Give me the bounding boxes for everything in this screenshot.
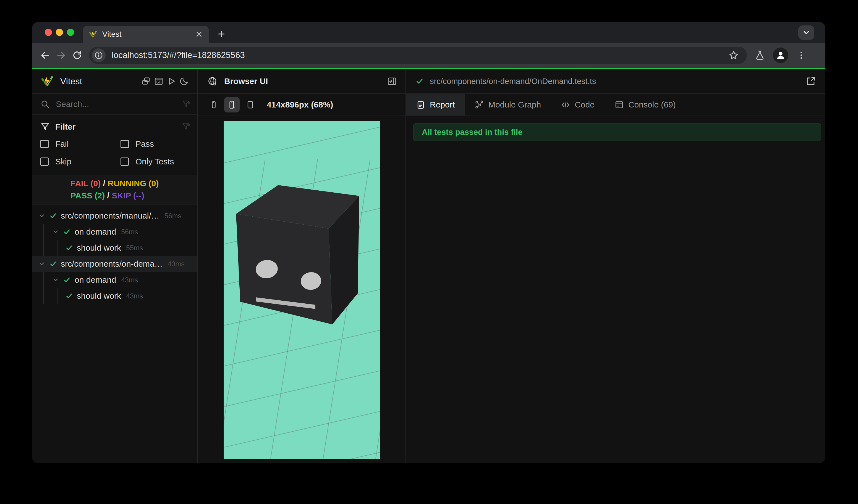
tab-search-button[interactable] [798,26,814,40]
tab-report[interactable]: Report [406,94,465,115]
tab-label: Code [575,100,594,110]
indent-guide [43,240,44,256]
status-line-1: FAIL (0) / RUNNING (0) [70,177,159,190]
results-tabs: Report Module Graph Code Console (69) [406,94,825,116]
device-phone-plus-button[interactable] [224,97,240,112]
threejs-scene [224,121,380,459]
test-file-label: src/components/on-dema… [61,259,163,269]
test-suite-row[interactable]: on demand 43ms [32,272,197,288]
module-graph-icon [475,100,484,110]
filter-checkbox-skip[interactable]: Skip [41,157,121,166]
test-duration: 56ms [121,228,138,236]
site-info-icon[interactable] [92,48,106,62]
test-file-path: src/components/on-demand/OnDemand.test.t… [430,77,804,86]
new-tab-button[interactable] [214,26,229,42]
checkbox-icon[interactable] [121,158,129,166]
filter-funnel-icon [41,122,50,131]
checkbox-icon[interactable] [41,158,49,166]
test-file-row[interactable]: src/components/manual/… 56ms [32,208,197,224]
preview-header: Browser UI [197,69,406,94]
search-input[interactable] [56,99,181,109]
traffic-lights [45,29,74,36]
clear-filters-icon[interactable] [181,122,191,131]
dark-mode-moon-icon[interactable] [178,75,190,87]
test-tree: src/components/manual/… 56ms on demand 5… [32,205,197,463]
test-duration: 43ms [121,276,138,284]
report-clipboard-icon [416,100,425,110]
pass-check-icon [49,260,57,268]
running-count: RUNNING (0) [108,179,159,188]
test-suite-label: on demand [75,227,116,237]
browser-preview-panel: Browser UI 414x896px (68%) [197,69,406,463]
test-case-label: should work [77,243,121,253]
bookmark-star-icon[interactable] [728,50,740,61]
app-title: Vitest [60,76,140,86]
skip-count: SKIP (--) [112,191,144,200]
experiments-flask-icon[interactable] [751,47,768,64]
checkbox-icon[interactable] [41,140,49,148]
pass-check-icon [65,292,73,300]
reload-button[interactable] [69,47,85,63]
tab-code[interactable]: Code [551,94,605,115]
filter-checkbox-pass[interactable]: Pass [121,139,191,149]
device-tablet-button[interactable] [242,97,258,112]
results-header: src/components/on-demand/OnDemand.test.t… [406,69,825,94]
indent-guide [43,272,44,288]
status-line-2: PASS (2) / SKIP (--) [70,190,159,202]
report-content: All tests passed in this file [406,116,825,463]
globe-icon [208,76,218,86]
close-window-button[interactable] [45,29,52,36]
all-tests-passed-banner: All tests passed in this file [413,123,821,141]
windows-stack-icon[interactable] [140,75,152,87]
results-panel: src/components/on-demand/OnDemand.test.t… [406,69,825,463]
robot-cube [236,185,359,324]
test-case-row[interactable]: should work 55ms [32,240,197,256]
chevron-down-icon[interactable] [52,276,59,283]
test-case-row[interactable]: should work 43ms [32,288,197,304]
filter-checkbox-fail[interactable]: Fail [41,139,121,149]
tab-module-graph[interactable]: Module Graph [465,94,551,115]
browser-tab[interactable]: Vitest [83,26,209,43]
chevron-down-icon[interactable] [52,228,59,235]
clear-search-filter-icon[interactable] [181,99,191,109]
browser-menu-icon[interactable] [793,47,810,64]
test-duration: 56ms [164,212,181,220]
test-suite-row[interactable]: on demand 56ms [32,224,197,240]
panel-expand-icon[interactable] [386,75,398,87]
pass-check-icon [49,212,57,220]
back-button[interactable] [37,47,53,63]
profile-avatar[interactable] [773,48,788,63]
minimize-window-button[interactable] [56,29,63,36]
chevron-down-icon[interactable] [38,260,45,267]
vitest-favicon-icon [89,30,97,39]
desktop-background: Vitest [0,0,858,504]
test-file-label: src/components/manual/… [61,211,159,221]
tab-close-icon[interactable] [194,30,204,39]
test-case-label: should work [77,291,121,300]
forward-button[interactable] [53,47,69,63]
open-external-icon[interactable] [804,75,817,87]
browser-toolbar: localhost:5173/#/?file=1828625563 [32,43,825,68]
browser-window: Vitest [32,22,825,463]
indent-guide [43,224,44,240]
checkbox-icon[interactable] [121,140,129,148]
test-duration: 43ms [126,292,143,300]
run-all-icon[interactable] [165,75,178,87]
filter-label: Pass [136,139,154,149]
device-phone-small-button[interactable] [206,97,221,112]
test-file-row-selected[interactable]: src/components/on-dema… 43ms [32,256,197,272]
tab-label: Module Graph [489,100,541,110]
filter-label: Skip [55,157,71,166]
filter-checkbox-only-tests[interactable]: Only Tests [121,157,191,166]
pass-count: PASS (2) [70,191,105,200]
tab-console[interactable]: Console (69) [605,94,686,115]
filter-title: Filter [55,122,181,131]
dashboard-icon[interactable] [152,75,165,87]
code-icon [561,100,570,110]
address-bar[interactable]: localhost:5173/#/?file=1828625563 [89,47,747,64]
tab-label: Console (69) [628,100,676,110]
chevron-down-icon[interactable] [38,212,45,220]
maximize-window-button[interactable] [67,29,74,36]
test-iframe[interactable] [224,121,380,459]
preview-content [197,116,406,463]
